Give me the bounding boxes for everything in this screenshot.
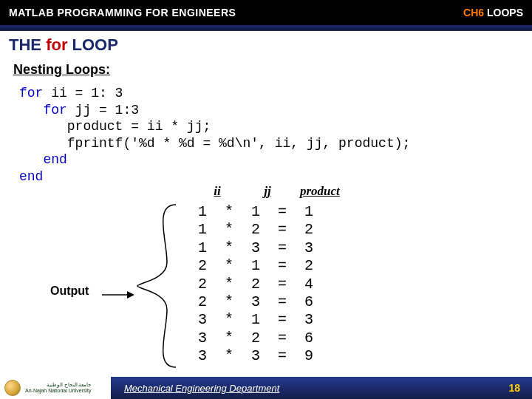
code-kw-for1: for: [19, 86, 43, 100]
title-keyword: for: [46, 35, 67, 54]
col-header-ii: ii: [207, 184, 228, 199]
slide-body: for ii = 1: 3 for jj = 1:3 product = ii …: [0, 79, 532, 185]
code-l2: jj = 1:3: [67, 103, 139, 117]
slide: MATLAB PROGRAMMING FOR ENGINEERS CH6 LOO…: [0, 0, 532, 399]
uni-name-ar: جامعة النجاح الوطنية: [25, 382, 91, 388]
code-l1: ii = 1: 3: [43, 86, 123, 100]
section-heading: Nesting Loops:: [0, 58, 532, 79]
department-name: Mechanical Engineering Department: [111, 383, 508, 394]
university-logo: جامعة النجاح الوطنية An-Najah National U…: [0, 377, 111, 399]
table-row: 3 * 2 = 6: [198, 330, 313, 347]
footer-bar: جامعة النجاح الوطنية An-Najah National U…: [0, 377, 532, 399]
curly-brace-icon: [132, 203, 183, 369]
code-l3: product = ii * jj;: [19, 119, 211, 134]
logo-text: جامعة النجاح الوطنية An-Najah National U…: [25, 382, 91, 393]
code-kw-end2: end: [19, 169, 43, 184]
slide-title: THE for LOOP: [0, 31, 532, 58]
table-row: 3 * 3 = 9: [198, 347, 313, 365]
arrow-icon: [102, 289, 134, 298]
title-post: LOOP: [67, 35, 117, 54]
uni-name-en: An-Najah National University: [25, 388, 91, 394]
title-pre: THE: [9, 35, 46, 54]
col-header-product: product: [300, 184, 340, 199]
logo-badge-icon: [4, 380, 21, 396]
code-kw-for2: for: [19, 103, 67, 117]
output-label: Output: [50, 284, 89, 298]
table-row: 2 * 2 = 4: [198, 276, 313, 293]
code-block: for ii = 1: 3 for jj = 1:3 product = ii …: [19, 85, 519, 185]
header-bar: MATLAB PROGRAMMING FOR ENGINEERS CH6 LOO…: [0, 0, 532, 25]
output-column-headers: ii jj product: [200, 184, 340, 199]
code-kw-end1: end: [19, 152, 67, 167]
table-row: 2 * 1 = 2: [198, 257, 313, 275]
col-header-jj: jj: [257, 184, 278, 199]
table-row: 1 * 1 = 1: [198, 203, 313, 221]
chapter-label: CH6 LOOPS: [463, 7, 523, 18]
table-row: 2 * 3 = 6: [198, 293, 313, 311]
course-title: MATLAB PROGRAMMING FOR ENGINEERS: [9, 7, 236, 18]
code-l4: fprintf('%d * %d = %d\n', ii, jj, produc…: [19, 136, 410, 151]
chapter-topic: LOOPS: [484, 7, 523, 18]
table-row: 3 * 1 = 3: [198, 311, 313, 329]
page-number: 18: [508, 382, 532, 394]
svg-marker-1: [127, 291, 134, 299]
header-underbar: [0, 25, 532, 31]
chapter-number: CH6: [463, 7, 484, 18]
table-row: 1 * 3 = 3: [198, 239, 313, 257]
table-row: 1 * 2 = 2: [198, 221, 313, 239]
output-table: 1 * 1 = 1 1 * 2 = 2 1 * 3 = 3 2 * 1 = 2 …: [198, 203, 313, 366]
